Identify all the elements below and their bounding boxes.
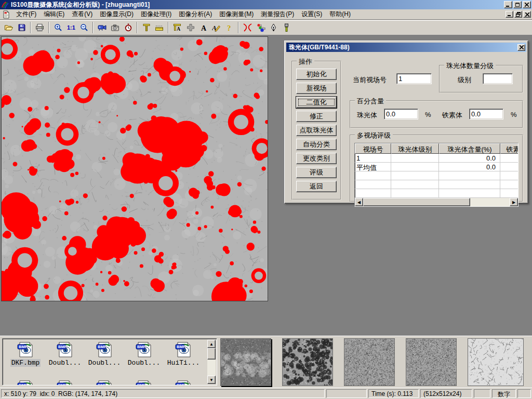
rating-col-2[interactable]: 珠光体含量(%) bbox=[439, 143, 500, 154]
zoom-in-icon bbox=[54, 23, 62, 32]
file-browser-vscrollbar[interactable]: ▲ ▼ bbox=[207, 340, 216, 384]
current-field-input[interactable] bbox=[396, 73, 432, 84]
file-item-partial-4[interactable]: BMP bbox=[164, 380, 203, 385]
toolbar-separator bbox=[168, 22, 169, 33]
scroll-up-button[interactable]: ▲ bbox=[207, 340, 216, 348]
dialog-close-button[interactable] bbox=[517, 44, 525, 51]
rating-row-4[interactable] bbox=[355, 189, 518, 198]
save-button[interactable] bbox=[15, 21, 28, 34]
edit-annotation-button[interactable]: A bbox=[210, 21, 223, 34]
zoom-in-button[interactable] bbox=[51, 21, 64, 34]
file-item-partial-1[interactable]: BMP bbox=[45, 380, 85, 385]
file-item-partial-3[interactable]: BMP bbox=[124, 380, 164, 385]
hscroll-thumb[interactable] bbox=[363, 198, 470, 206]
snapshot-button[interactable] bbox=[109, 21, 122, 34]
rating-row-1[interactable]: 平均值0.0 bbox=[355, 163, 518, 171]
mdi-restore-icon bbox=[516, 12, 521, 17]
status-bar: x: 510 y: 79 idx: 0 RGB: (174, 174, 174)… bbox=[0, 388, 532, 399]
rating-row-0[interactable]: 10.0 bbox=[355, 154, 518, 163]
open-button[interactable] bbox=[2, 21, 15, 34]
svg-text:BMP: BMP bbox=[98, 344, 107, 349]
pearlite-dialog: 珠光体(GB/T9441-88) 操作 初始化新视场二值化修正点取珠光体自动分类… bbox=[284, 41, 528, 204]
status-time: Time (s): 0.113 bbox=[368, 389, 419, 398]
op-button-1[interactable]: 新视场 bbox=[296, 83, 337, 94]
menu-item-7[interactable]: 测量报告(P) bbox=[257, 9, 298, 20]
scroll-left-button[interactable]: ◀ bbox=[355, 198, 363, 206]
print-button[interactable] bbox=[33, 21, 46, 34]
thumbnail-5[interactable] bbox=[468, 338, 524, 386]
image-merge-button[interactable] bbox=[184, 21, 197, 34]
menu-item-3[interactable]: 图像显示(D) bbox=[96, 9, 137, 20]
rating-row-2[interactable] bbox=[355, 171, 518, 180]
menu-item-1[interactable]: 编辑(E) bbox=[40, 9, 68, 20]
op-button-6[interactable]: 更改类别 bbox=[296, 153, 337, 164]
menu-item-9[interactable]: 帮助(H) bbox=[326, 9, 354, 20]
draw-pen-button[interactable] bbox=[267, 21, 280, 34]
rating-col-1[interactable]: 珠光体级别 bbox=[391, 143, 439, 154]
op-button-4[interactable]: 点取珠光体 bbox=[296, 125, 337, 136]
op-button-5[interactable]: 自动分类 bbox=[296, 139, 337, 150]
op-button-2[interactable]: 二值化 bbox=[296, 97, 337, 108]
help-button[interactable]: ? bbox=[223, 21, 236, 34]
menu-item-0[interactable]: 文件(F) bbox=[12, 9, 40, 20]
file-item-4[interactable]: BMP HuiTi... bbox=[164, 341, 203, 367]
close-button[interactable] bbox=[523, 1, 531, 8]
file-item-0[interactable]: BMP DKF.bmp bbox=[6, 341, 45, 367]
menu-item-6[interactable]: 图像测量(M) bbox=[216, 9, 257, 20]
menu-item-5[interactable]: 图像分析(A) bbox=[175, 9, 216, 20]
rating-table-hscrollbar[interactable]: ◀ ▶ bbox=[355, 198, 518, 206]
file-item-2[interactable]: BMP Doubl... bbox=[85, 341, 124, 367]
letter-a-icon: A bbox=[200, 24, 207, 32]
vscroll-thumb[interactable] bbox=[207, 348, 216, 360]
zoom-out-button[interactable] bbox=[77, 21, 90, 34]
timer-button[interactable] bbox=[122, 21, 135, 34]
thumbnail-4[interactable] bbox=[406, 338, 457, 386]
ruler-button[interactable] bbox=[153, 21, 166, 34]
op-button-8[interactable]: 返回 bbox=[296, 181, 337, 192]
measure-text-button[interactable]: A bbox=[171, 21, 184, 34]
thumbnail-3[interactable] bbox=[344, 338, 395, 386]
actual-size-button[interactable]: 1:1 bbox=[64, 21, 77, 34]
file-item-3[interactable]: BMP Doubl... bbox=[124, 341, 164, 367]
maximize-button[interactable] bbox=[513, 1, 522, 8]
file-item-partial-0[interactable]: BMP bbox=[6, 380, 45, 385]
menu-item-8[interactable]: 设置(S) bbox=[298, 9, 326, 20]
rating-cell bbox=[439, 180, 500, 189]
file-browser[interactable]: BMP DKF.bmp BMP Doubl... BMP Doubl... BM… bbox=[2, 338, 217, 385]
rating-col-3[interactable]: 铁素体 bbox=[500, 143, 518, 154]
op-button-7[interactable]: 评级 bbox=[296, 167, 337, 178]
op-button-3[interactable]: 修正 bbox=[296, 111, 337, 122]
text-label-button[interactable]: A bbox=[197, 21, 210, 34]
scroll-right-button[interactable]: ▶ bbox=[510, 198, 518, 206]
svg-text:1:1: 1:1 bbox=[67, 24, 75, 31]
pearlite-percent-input[interactable] bbox=[384, 109, 418, 119]
file-item-1[interactable]: BMP Doubl... bbox=[45, 341, 85, 367]
rating-col-0[interactable]: 视场号 bbox=[355, 143, 391, 154]
file-item-partial-2[interactable]: BMP bbox=[85, 380, 124, 385]
spline-curve-button[interactable] bbox=[241, 21, 254, 34]
paint-brush-button[interactable] bbox=[280, 21, 293, 34]
ferrite-percent-input[interactable] bbox=[469, 109, 503, 119]
video-capture-button[interactable] bbox=[96, 21, 109, 34]
metallographic-image[interactable] bbox=[2, 37, 268, 301]
menu-item-2[interactable]: 查看(V) bbox=[68, 9, 96, 20]
dialog-title-bar[interactable]: 珠光体(GB/T9441-88) bbox=[286, 43, 526, 52]
op-button-0[interactable]: 初始化 bbox=[296, 69, 337, 80]
mdi-close-button[interactable] bbox=[523, 11, 531, 18]
menu-item-4[interactable]: 图像处理(I) bbox=[137, 9, 175, 20]
minimize-button[interactable] bbox=[504, 1, 512, 8]
close-icon bbox=[525, 3, 529, 7]
rating-table-header[interactable]: 视场号珠光体级别珠光体含量(%)铁素体 bbox=[355, 143, 518, 154]
thumbnail-2[interactable] bbox=[282, 338, 333, 386]
rating-row-3[interactable] bbox=[355, 180, 518, 189]
svg-text:A: A bbox=[177, 26, 181, 32]
rating-table[interactable]: 视场号珠光体级别珠光体含量(%)铁素体 10.0平均值0.0 ◀ ▶ bbox=[354, 143, 518, 207]
scroll-down-button[interactable]: ▼ bbox=[207, 376, 216, 384]
classify-points-button[interactable]: 123 bbox=[254, 21, 267, 34]
camera-icon bbox=[111, 24, 119, 32]
caliper-measure-button[interactable] bbox=[140, 21, 153, 34]
thumbnail-1[interactable] bbox=[220, 338, 271, 386]
level-input[interactable] bbox=[483, 73, 513, 84]
mdi-restore-button[interactable] bbox=[514, 11, 522, 18]
mdi-minimize-button[interactable] bbox=[506, 11, 513, 18]
